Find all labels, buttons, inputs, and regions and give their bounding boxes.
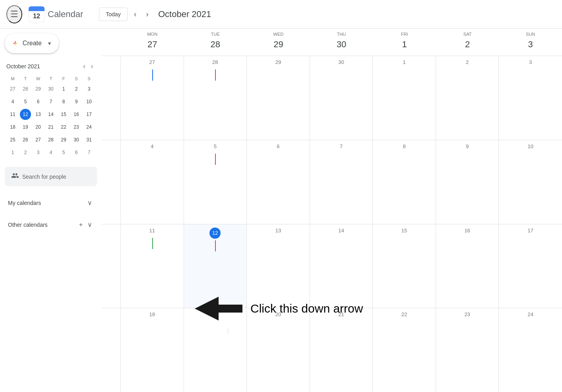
day-col-oct12[interactable]: 12: [184, 224, 247, 308]
mini-cal-day[interactable]: 28: [45, 133, 57, 146]
mini-cal-day[interactable]: 9: [70, 95, 83, 108]
mini-cal-next[interactable]: ›: [89, 61, 95, 71]
day-col-oct9[interactable]: 9: [436, 140, 499, 224]
day-col-oct2[interactable]: 2: [436, 56, 499, 140]
people-icon: [11, 172, 19, 182]
day-col-oct1[interactable]: 1: [373, 56, 436, 140]
mini-cal-day[interactable]: 31: [83, 133, 95, 146]
day-col-oct24[interactable]: 24: [499, 308, 562, 392]
mini-cal-day[interactable]: 16: [70, 108, 83, 121]
mini-cal-day[interactable]: 13: [32, 108, 45, 121]
day-col-sep28[interactable]: 28: [184, 56, 247, 140]
mini-cal-day[interactable]: 25: [6, 133, 19, 146]
mini-cal-day[interactable]: 2: [70, 83, 83, 95]
day-col-oct3[interactable]: 3: [499, 56, 562, 140]
mini-cal-day[interactable]: 12: [19, 108, 32, 121]
other-calendars-header[interactable]: Other calendars + ∨: [6, 218, 95, 232]
weekday-header-s: S: [70, 75, 83, 83]
week-row-3: 11 12 13 14: [102, 224, 562, 309]
next-month-button[interactable]: ›: [143, 7, 152, 21]
header-navigation: Today ‹ › October 2021: [99, 7, 211, 21]
mini-cal-day[interactable]: 29: [57, 133, 70, 146]
create-dropdown-icon: ▾: [48, 40, 51, 46]
day-col-oct4[interactable]: 4: [121, 140, 184, 224]
mini-cal-day[interactable]: 7: [45, 95, 57, 108]
day-col-oct17[interactable]: 17: [499, 224, 562, 308]
mini-cal-day[interactable]: 5: [57, 146, 70, 159]
mini-cal-day[interactable]: 5: [19, 95, 32, 108]
day-col-sep29[interactable]: 29: [247, 56, 310, 140]
create-button[interactable]: + Create ▾: [5, 33, 59, 53]
mini-cal-day[interactable]: 20: [32, 121, 45, 133]
mini-cal-day[interactable]: 19: [19, 121, 32, 133]
mini-cal-day[interactable]: 30: [45, 83, 57, 95]
day-col-oct21[interactable]: 21: [310, 308, 373, 392]
mini-cal-day[interactable]: 28: [19, 83, 32, 95]
mini-cal-day[interactable]: 29: [32, 83, 45, 95]
mini-cal-day[interactable]: 30: [70, 133, 83, 146]
mini-cal-day[interactable]: 14: [45, 108, 57, 121]
other-calendars-collapse-button[interactable]: ∨: [86, 219, 94, 230]
other-calendars-add-button[interactable]: +: [78, 220, 84, 230]
mini-cal-day[interactable]: 3: [32, 146, 45, 159]
mini-cal-day[interactable]: 4: [45, 146, 57, 159]
mini-cal-day[interactable]: 17: [83, 108, 95, 121]
mini-cal-day[interactable]: 1: [57, 83, 70, 95]
svg-text:12: 12: [33, 13, 40, 19]
day-col-oct14[interactable]: 14: [310, 224, 373, 308]
mini-cal-day[interactable]: 11: [6, 108, 19, 121]
day-col-oct7[interactable]: 7: [310, 140, 373, 224]
day-col-oct11[interactable]: 11: [121, 224, 184, 308]
my-calendars-collapse-button[interactable]: ∨: [86, 197, 94, 208]
day-col-oct15[interactable]: 15: [373, 224, 436, 308]
logo-area[interactable]: 12 Calendar: [29, 6, 83, 22]
mini-cal-day[interactable]: 23: [70, 121, 83, 133]
day-col-sep30[interactable]: 30: [310, 56, 373, 140]
day-header-thu: THU 30: [310, 29, 373, 56]
other-calendars-title: Other calendars: [8, 222, 48, 228]
mini-cal-day[interactable]: 10: [83, 95, 95, 108]
mini-cal-day[interactable]: 8: [57, 95, 70, 108]
mini-cal-day[interactable]: 4: [6, 95, 19, 108]
mini-cal-day[interactable]: 27: [32, 133, 45, 146]
day-col-oct13[interactable]: 13: [247, 224, 310, 308]
day-col-sep27[interactable]: 27: [121, 56, 184, 140]
mini-cal-day[interactable]: 2: [19, 146, 32, 159]
my-calendars-header[interactable]: My calendars ∨: [6, 196, 95, 210]
header: ☰ 12 Calendar Today ‹ › October 2021: [0, 0, 562, 29]
day-col-oct23[interactable]: 23: [436, 308, 499, 392]
prev-month-button[interactable]: ‹: [131, 7, 140, 21]
mini-cal-day[interactable]: 6: [70, 146, 83, 159]
day-col-oct5[interactable]: 5: [184, 140, 247, 224]
mini-cal-day[interactable]: 15: [57, 108, 70, 121]
mini-cal-day[interactable]: 6: [32, 95, 45, 108]
mini-cal-day[interactable]: 26: [19, 133, 32, 146]
day-cols-2: 4 5 6 7 8 9: [121, 140, 562, 224]
day-col-oct8[interactable]: 8: [373, 140, 436, 224]
mini-cal-day[interactable]: 18: [6, 121, 19, 133]
search-people-field[interactable]: Search for people: [5, 167, 97, 186]
mini-cal-day[interactable]: 7: [83, 146, 95, 159]
menu-button[interactable]: ☰: [6, 5, 22, 23]
mini-cal-day[interactable]: 1: [6, 146, 19, 159]
time-indicator-red: [215, 70, 216, 81]
mini-cal-day[interactable]: 3: [83, 83, 95, 95]
day-col-oct16[interactable]: 16: [436, 224, 499, 308]
mini-cal-day[interactable]: 27: [6, 83, 19, 95]
time-indicator-red-12: [215, 240, 216, 251]
day-col-oct10[interactable]: 10: [499, 140, 562, 224]
today-button[interactable]: Today: [99, 8, 127, 21]
day-col-oct20[interactable]: 20: [247, 308, 310, 392]
mini-cal-day[interactable]: 24: [83, 121, 95, 133]
day-col-oct18[interactable]: 18: [121, 308, 184, 392]
mini-cal-day[interactable]: 22: [57, 121, 70, 133]
mini-cal-day[interactable]: 21: [45, 121, 57, 133]
day-cols-4: 18 19 20 21 22 23: [121, 308, 562, 392]
weekday-header-f: F: [57, 75, 70, 83]
mini-cal-prev[interactable]: ‹: [81, 61, 87, 71]
day-col-oct19[interactable]: 19: [184, 308, 247, 392]
other-calendars-section: Other calendars + ∨: [3, 214, 99, 233]
day-header-sat: SAT 2: [436, 29, 499, 56]
day-col-oct6[interactable]: 6: [247, 140, 310, 224]
day-col-oct22[interactable]: 22: [373, 308, 436, 392]
